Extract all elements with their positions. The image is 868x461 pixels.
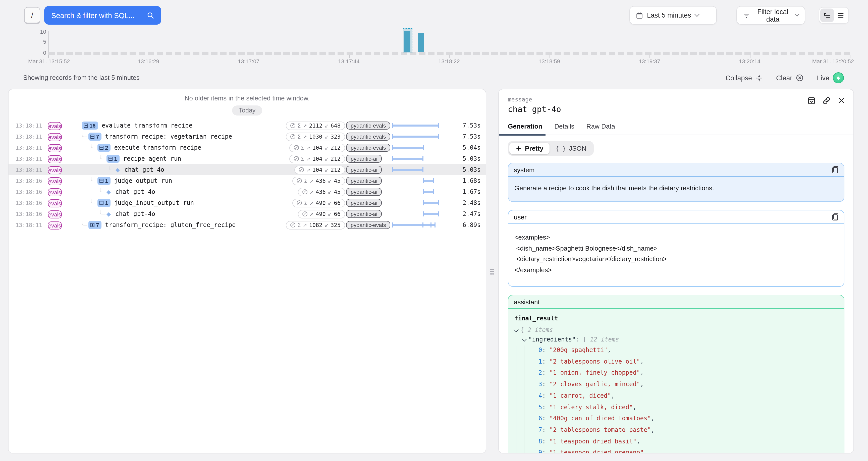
row-duration: 1.67s (441, 188, 486, 195)
json-mode-button[interactable]: { } JSON (550, 143, 592, 154)
duration-bar-cap (392, 156, 393, 161)
time-range-dropdown[interactable]: Last 5 minutes (629, 6, 717, 25)
collapse-node-button[interactable]: ⊟1 (97, 199, 111, 207)
x-axis-tick (249, 55, 249, 58)
sdk-badge: pydantic-ai (346, 199, 382, 207)
output-tokens-arrow-icon: ↙ (328, 211, 332, 217)
json-colon: : (542, 381, 549, 388)
tab-generation[interactable]: Generation (508, 123, 542, 134)
x-axis-tick (48, 55, 49, 58)
sdk-badge: pydantic-evals (346, 144, 391, 152)
collapse-caret-icon[interactable] (514, 327, 519, 332)
json-index: 3 (538, 381, 542, 388)
duration-bar-cap (423, 156, 424, 161)
trace-row[interactable]: 13:18:11evals⊟2execute transform_recipeΣ… (8, 142, 486, 153)
json-string-value: "1 carrot, diced" (549, 392, 611, 399)
output-tokens-arrow-icon: ↙ (328, 189, 332, 194)
live-toggle[interactable]: Live ◆ (817, 72, 844, 83)
row-timestamp: 13:18:11 (16, 133, 45, 140)
output-tokens: 45 (334, 178, 341, 184)
duration-bar-track (391, 120, 441, 131)
close-icon[interactable] (837, 96, 845, 105)
duration-bar-cap (392, 145, 393, 150)
json-index: 9 (538, 449, 542, 454)
tab-raw-data[interactable]: Raw Data (586, 123, 615, 134)
row-badge-cell: evals (45, 198, 77, 207)
list-view-button[interactable] (834, 8, 847, 22)
app-root: / Search & filter with SQL... Last 5 min… (0, 0, 868, 461)
dock-panel-icon[interactable] (807, 96, 816, 105)
tab-details[interactable]: Details (554, 123, 575, 134)
row-timestamp: 13:18:11 (16, 222, 45, 228)
today-pill[interactable]: Today (232, 105, 262, 116)
json-string-value: "2 cloves garlic, minced" (549, 381, 640, 388)
histogram-bar[interactable] (404, 31, 410, 52)
duration-bar-cap (423, 201, 424, 205)
trace-row[interactable]: 13:18:16evals⊟1judge_input_output runΣ↗4… (8, 197, 486, 208)
x-axis-tick-label: 13:16:29 (137, 58, 159, 64)
token-usage-badge: ↗436↙45 (298, 188, 345, 196)
copy-icon[interactable] (832, 213, 838, 220)
json-colon: : (542, 403, 549, 410)
pretty-mode-button[interactable]: Pretty (509, 143, 550, 154)
trace-row[interactable]: 13:18:11evals◆chat gpt-4o↗104↙212pydanti… (8, 164, 486, 175)
trace-row[interactable]: 13:18:16evals◆chat gpt-4o↗436↙45pydantic… (8, 186, 486, 197)
trace-row[interactable]: 13:18:11evals⊟1recipe_agent runΣ↗104↙212… (8, 153, 486, 164)
row-duration: 1.68s (441, 177, 486, 184)
detail-tabs: GenerationDetailsRaw Data (499, 123, 854, 135)
row-duration: 6.89s (441, 221, 486, 228)
sdk-badge: pydantic-ai (346, 155, 382, 163)
chevron-down-icon (795, 12, 800, 17)
collapse-caret-icon[interactable] (522, 336, 527, 341)
panel-resize-handle[interactable] (489, 267, 495, 276)
token-usage-badge: Σ↗490↙66 (292, 198, 345, 207)
project-badge: evals (48, 210, 62, 218)
output-tokens-arrow-icon: ↙ (328, 200, 332, 206)
input-tokens: 104 (312, 155, 322, 162)
collapse-node-button[interactable]: ⊟16 (82, 122, 98, 129)
collapse-node-button[interactable]: ⊟2 (97, 144, 111, 152)
collapse-node-button[interactable]: ⊟7 (88, 132, 101, 141)
x-axis-tick-label: Mar 31. 13:15:52 (28, 58, 70, 64)
collapse-button[interactable]: Collapse (725, 74, 763, 82)
input-tokens-arrow-icon: ↗ (309, 178, 314, 184)
input-tokens: 490 (316, 199, 326, 206)
clear-button[interactable]: Clear (776, 74, 804, 82)
input-tokens-arrow-icon: ↗ (309, 211, 314, 217)
tree-connector (91, 199, 96, 204)
search-input[interactable]: Search & filter with SQL... (44, 6, 161, 25)
x-axis-tick (850, 55, 850, 58)
collapse-node-button[interactable]: ⊟1 (97, 177, 111, 185)
json-colon: : (542, 438, 549, 445)
trace-rows: 13:18:11evals⊟16evaluate transform_recip… (8, 120, 486, 230)
duration-bar-track (391, 208, 441, 219)
project-badge: evals (48, 221, 62, 229)
histogram-bar[interactable] (418, 33, 424, 52)
filter-local-data-dropdown[interactable]: Filter local data (736, 6, 805, 25)
token-coin-icon (293, 145, 299, 150)
input-tokens-arrow-icon: ↗ (309, 200, 314, 206)
tree-view-button[interactable] (820, 8, 834, 22)
copy-link-icon[interactable] (822, 96, 831, 105)
json-array-item: 4: "1 carrot, diced", (515, 390, 838, 401)
json-colon: : (542, 426, 549, 433)
copy-icon[interactable] (832, 166, 838, 173)
trace-row[interactable]: 13:18:11evals⊟16evaluate transform_recip… (8, 120, 486, 131)
expand-node-button[interactable]: ⊞7 (88, 221, 101, 229)
records-histogram: 1050Mar 31. 13:15:5213:16:2913:17:0713:1… (0, 26, 868, 70)
trace-row[interactable]: 13:18:16evals◆chat gpt-4o↗490↙66pydantic… (8, 208, 486, 219)
row-duration: 5.03s (441, 155, 486, 162)
trace-row[interactable]: 13:18:16evals⊟1judge_output runΣ↗436↙45p… (8, 175, 486, 186)
span-name: transform_recipe: gluten_free_recipe (105, 221, 236, 228)
row-duration: 2.48s (441, 199, 486, 206)
input-tokens-arrow-icon: ↗ (303, 222, 307, 228)
trace-row[interactable]: 13:18:11evals⊟7transform_recipe: vegetar… (8, 131, 486, 142)
span-name: evaluate transform_recipe (102, 122, 192, 129)
tree-connector (100, 155, 105, 159)
collapse-node-button[interactable]: ⊟1 (106, 155, 120, 163)
input-tokens: 1082 (309, 222, 322, 228)
x-axis-tick-label: 13:19:37 (639, 58, 660, 64)
json-colon: : (542, 392, 549, 399)
trace-row[interactable]: 13:18:11evals⊞7transform_recipe: gluten_… (8, 219, 486, 230)
span-name: transform_recipe: vegetarian_recipe (105, 133, 232, 140)
